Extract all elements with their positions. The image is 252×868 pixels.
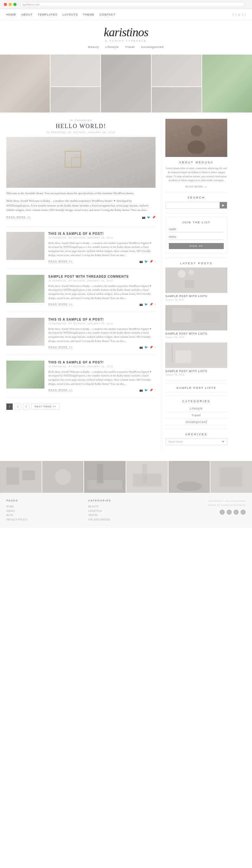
hero-cell-7: [202, 55, 252, 113]
social-twitter-icon[interactable]: t: [236, 13, 237, 16]
si-facebook[interactable]: f: [154, 346, 155, 349]
about-read-more-link[interactable]: READ MORE »»: [165, 185, 227, 188]
social-instagram-icon[interactable]: 📷: [142, 216, 145, 219]
join-signup-button[interactable]: SIGN UP: [169, 243, 224, 249]
post-read-more-link[interactable]: READ MORE »»: [48, 303, 73, 306]
next-page-button[interactable]: NEXT PAGE »»: [31, 403, 60, 409]
si-pinterest[interactable]: 📌: [149, 303, 153, 306]
about-title: ABOUT MEDUSA: [165, 161, 227, 164]
category-item-travel[interactable]: Travel: [165, 412, 227, 419]
archives-select[interactable]: Select Month: [165, 438, 227, 445]
about-text: Lorem ipsum dolor sit amet, consectetur …: [165, 166, 227, 183]
footer-link-about[interactable]: ABOUT: [6, 509, 82, 514]
post-img-chairs: [6, 318, 44, 346]
svg-rect-10: [172, 308, 191, 322]
nav-layouts[interactable]: LAYOUTS: [63, 13, 78, 16]
nav-contact[interactable]: CONTACT: [100, 13, 115, 16]
si-twitter[interactable]: 🐦: [144, 260, 148, 263]
si-twitter[interactable]: 🐦: [144, 346, 148, 349]
sp-date-3: January 06, 2016: [165, 373, 227, 376]
footer-copyright-line2: THEME BY WATDESIGNEXPRESS: [170, 503, 246, 507]
archives-title: ARCHIVES: [165, 433, 227, 436]
footer-gallery-cell-5: [169, 461, 210, 493]
footer-link-blog[interactable]: BLOG: [6, 513, 82, 518]
minimize-dot[interactable]: [8, 3, 12, 6]
sidebar-divider-3: [165, 258, 227, 258]
hero-cell-4: [101, 55, 151, 113]
si-twitter[interactable]: 🐦: [144, 389, 148, 392]
social-rss-icon[interactable]: r: [245, 13, 246, 16]
si-pinterest[interactable]: 📌: [149, 389, 153, 392]
join-name-input[interactable]: [169, 226, 224, 232]
search-input[interactable]: [166, 202, 220, 209]
fg-img-6: [210, 461, 252, 493]
si-instagram[interactable]: 📷: [139, 346, 143, 349]
post-read-more-link[interactable]: READ MORE »»: [48, 389, 73, 392]
nav-templates[interactable]: TEMPLATES: [38, 13, 58, 16]
search-title: SEARCH: [165, 196, 227, 199]
page-btn-2[interactable]: 2: [14, 403, 21, 410]
si-instagram[interactable]: 📷: [139, 389, 143, 392]
cat-beauty[interactable]: Beauty: [88, 45, 99, 49]
footer-cat-travel[interactable]: TRAVEL: [88, 513, 164, 518]
si-facebook[interactable]: f: [154, 260, 155, 263]
browser-chrome: karistinos.com: [0, 0, 252, 9]
cat-travel[interactable]: Travel: [125, 45, 135, 49]
svg-rect-8: [185, 280, 194, 288]
category-item-uncategorized[interactable]: Uncategorized: [165, 419, 227, 426]
featured-post-social: 📷 🐦 📌: [142, 216, 155, 219]
social-pinterest-icon[interactable]: p: [238, 13, 240, 16]
footer-facebook-icon[interactable]: f: [241, 509, 246, 515]
page-btn-1[interactable]: 1: [6, 403, 13, 410]
nav-home[interactable]: HOME: [6, 13, 16, 16]
maximize-dot[interactable]: [13, 3, 16, 6]
footer-cat-lifestyle[interactable]: LIFESTYLE: [88, 509, 164, 514]
sp-img-1: [165, 268, 227, 293]
fg-img-1: [0, 461, 42, 493]
footer-link-privacy[interactable]: PRIVACY POLICY: [6, 518, 82, 522]
si-pinterest[interactable]: 📌: [149, 346, 153, 349]
address-bar[interactable]: karistinos.com: [20, 2, 244, 7]
category-item-lifestyle[interactable]: Lifestyle: [165, 405, 227, 412]
si-facebook[interactable]: f: [154, 303, 155, 306]
category-navigation: Beauty Lifestyle Travel Uncategorized: [0, 42, 252, 51]
join-email-input[interactable]: [169, 234, 224, 240]
latest-posts-title: LATEST POSTS: [165, 262, 227, 265]
social-instagram-icon[interactable]: i: [242, 13, 243, 16]
post-item-meta: IN PARADISE, BY AUTHOR, JANUARY 06, 2016: [48, 365, 155, 368]
sp-date-1: January 06, 2016: [165, 298, 227, 301]
svg-rect-12: [166, 342, 227, 368]
sidebar-divider-2: [165, 213, 227, 214]
site-title[interactable]: karistinos: [0, 26, 252, 38]
post-social-icons: 📷 🐦 📌 f: [139, 389, 155, 392]
footer-instagram-icon[interactable]: i: [220, 509, 225, 515]
si-pinterest[interactable]: 📌: [149, 260, 153, 263]
post-read-more-link[interactable]: READ MORE »»: [48, 260, 73, 263]
featured-post-desc: Welcome to the Avendale theme. You can r…: [6, 191, 155, 195]
social-twitter-icon[interactable]: 🐦: [147, 216, 150, 219]
post-read-more-link[interactable]: READ MORE »»: [48, 346, 73, 349]
social-pinterest-icon[interactable]: 📌: [152, 216, 155, 219]
si-facebook[interactable]: f: [154, 389, 155, 392]
svg-rect-16: [6, 467, 19, 485]
featured-read-more-link[interactable]: READ MORE »»: [6, 216, 31, 219]
post-img-plants: [6, 275, 44, 303]
search-box: ▶: [165, 202, 227, 209]
footer-cat-beauty[interactable]: BEAUTY: [88, 504, 164, 509]
cat-uncategorized[interactable]: Uncategorized: [141, 45, 164, 49]
si-instagram[interactable]: 📷: [139, 303, 143, 306]
social-facebook-icon[interactable]: f: [232, 13, 233, 16]
page-btn-3[interactable]: 3: [23, 403, 29, 410]
footer-twitter-icon[interactable]: t: [227, 509, 232, 515]
nav-theme[interactable]: THEME: [83, 13, 95, 16]
footer-link-home[interactable]: HOME: [6, 504, 82, 509]
cat-lifestyle[interactable]: Lifestyle: [105, 45, 119, 49]
si-instagram[interactable]: 📷: [139, 260, 143, 263]
footer-cat-uncategorized[interactable]: UNCATEGORIZED: [88, 518, 164, 522]
footer-pinterest-icon[interactable]: p: [233, 509, 239, 515]
search-button[interactable]: ▶: [220, 202, 227, 209]
main-navigation: HOME ABOUT TEMPLATES LAYOUTS THEME CONTA…: [0, 9, 252, 20]
nav-about[interactable]: ABOUT: [21, 13, 33, 16]
si-twitter[interactable]: 🐦: [144, 303, 148, 306]
close-dot[interactable]: [4, 3, 7, 6]
